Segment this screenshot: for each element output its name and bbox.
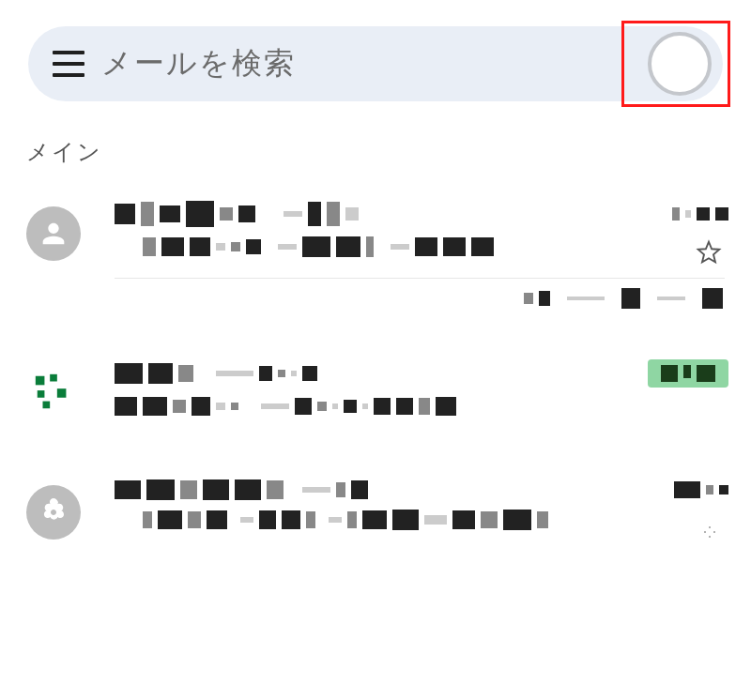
mail-content bbox=[115, 201, 728, 257]
mail-timestamp bbox=[672, 207, 728, 221]
header-bar: メールを検索 bbox=[0, 0, 751, 101]
flower-icon bbox=[37, 495, 70, 529]
search-input[interactable]: メールを検索 bbox=[101, 43, 706, 84]
svg-point-6 bbox=[704, 531, 706, 533]
mail-content bbox=[115, 359, 728, 416]
search-bar[interactable]: メールを検索 bbox=[28, 26, 723, 101]
section-label-main: メイン bbox=[0, 101, 751, 184]
label-badge bbox=[648, 359, 728, 388]
svg-point-7 bbox=[713, 531, 715, 533]
svg-rect-1 bbox=[50, 374, 57, 382]
mail-subject bbox=[143, 236, 728, 257]
mail-sender bbox=[115, 201, 359, 227]
sender-avatar bbox=[26, 485, 81, 540]
mail-subject bbox=[143, 510, 728, 530]
svg-rect-0 bbox=[36, 376, 45, 386]
svg-rect-3 bbox=[57, 388, 67, 398]
sender-avatar bbox=[26, 206, 81, 261]
mail-list-item[interactable] bbox=[0, 184, 751, 278]
svg-point-5 bbox=[709, 526, 711, 528]
star-icon[interactable] bbox=[695, 238, 723, 266]
menu-icon[interactable] bbox=[53, 51, 84, 77]
mail-content bbox=[115, 479, 728, 530]
person-icon bbox=[38, 218, 69, 250]
svg-point-8 bbox=[709, 536, 711, 538]
svg-rect-2 bbox=[38, 390, 45, 398]
svg-rect-4 bbox=[43, 402, 51, 409]
mail-subject bbox=[115, 397, 728, 416]
account-avatar[interactable] bbox=[648, 32, 712, 96]
mail-sender bbox=[115, 479, 368, 500]
mail-sender bbox=[115, 363, 317, 384]
sender-avatar bbox=[26, 365, 81, 419]
mail-timestamp bbox=[674, 481, 728, 498]
mail-list-item[interactable] bbox=[0, 342, 751, 436]
mail-list-item[interactable] bbox=[0, 463, 751, 556]
mail-preview-extra bbox=[0, 279, 751, 316]
star-icon[interactable] bbox=[695, 517, 723, 545]
tag-icon bbox=[32, 371, 75, 414]
